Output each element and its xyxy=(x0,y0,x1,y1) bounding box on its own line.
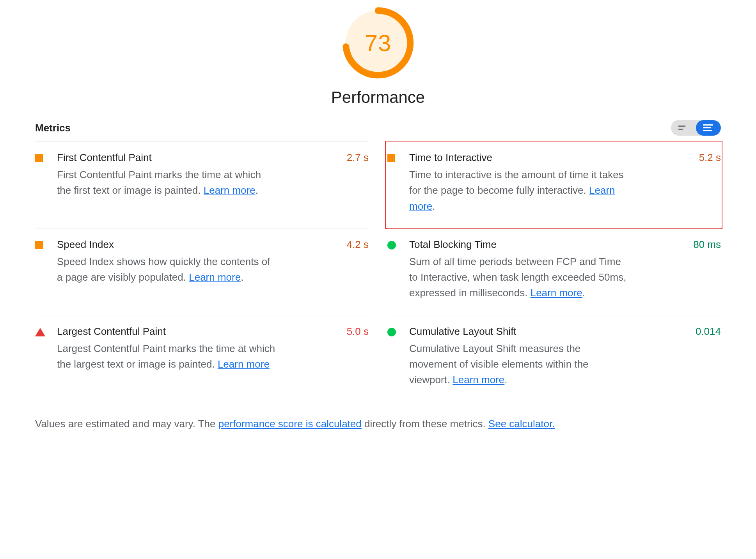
gauge-score: 73 xyxy=(342,7,414,79)
view-toggle[interactable] xyxy=(671,120,721,136)
see-calculator-link[interactable]: See calculator. xyxy=(488,418,555,430)
status-good-icon xyxy=(387,328,396,336)
view-expanded-button[interactable] xyxy=(696,120,721,136)
footnote: Values are estimated and may vary. The p… xyxy=(35,418,721,430)
metric-title: Speed Index xyxy=(57,239,341,251)
score-calc-link[interactable]: performance score is calculated xyxy=(218,418,362,430)
metric-value: 4.2 s xyxy=(343,239,369,301)
svg-rect-2 xyxy=(678,126,685,127)
metric-description: Cumulative Layout Shift measures the mov… xyxy=(409,341,628,388)
metric-title: Total Blocking Time xyxy=(409,239,687,251)
status-average-icon xyxy=(35,241,43,249)
metric-tbt: Total Blocking Time Sum of all time peri… xyxy=(387,228,721,315)
status-poor-icon xyxy=(35,328,45,336)
metric-cls: Cumulative Layout Shift Cumulative Layou… xyxy=(387,315,721,402)
metric-tti: Time to Interactive Time to interactive … xyxy=(387,141,721,228)
status-average-icon xyxy=(387,154,395,162)
metric-title: Largest Contentful Paint xyxy=(57,325,341,338)
view-expanded-icon xyxy=(703,124,714,132)
metric-description: Sum of all time periods between FCP and … xyxy=(409,254,628,301)
learn-more-link[interactable]: Learn more xyxy=(453,374,504,386)
metrics-header: Metrics xyxy=(35,114,721,141)
status-average-icon xyxy=(35,154,43,162)
metric-description: Largest Contentful Paint marks the time … xyxy=(57,341,275,372)
metrics-heading: Metrics xyxy=(35,122,71,134)
metric-value: 80 ms xyxy=(689,239,721,301)
metric-value: 2.7 s xyxy=(343,152,369,214)
metric-value: 5.0 s xyxy=(343,325,369,388)
gauge-dial: 73 xyxy=(342,7,414,79)
metric-title: Cumulative Layout Shift xyxy=(409,325,689,338)
metric-description: Speed Index shows how quickly the conten… xyxy=(57,254,275,285)
learn-more-link[interactable]: Learn more xyxy=(189,271,241,283)
gauge-label: Performance xyxy=(331,88,425,107)
metric-lcp: Largest Contentful Paint Largest Content… xyxy=(35,315,369,402)
view-compact-icon xyxy=(678,124,689,131)
status-good-icon xyxy=(387,241,396,249)
metric-si: Speed Index Speed Index shows how quickl… xyxy=(35,228,369,315)
learn-more-link[interactable]: Learn more xyxy=(531,287,582,299)
metric-title: First Contentful Paint xyxy=(57,152,341,164)
metric-value: 5.2 s xyxy=(695,152,721,214)
svg-rect-6 xyxy=(703,130,712,131)
performance-gauge: 73 Performance xyxy=(35,7,721,107)
metric-title: Time to Interactive xyxy=(409,152,693,164)
metric-value: 0.014 xyxy=(692,325,721,388)
metric-description: Time to interactive is the amount of tim… xyxy=(409,167,628,214)
metrics-grid: First Contentful Paint First Contentful … xyxy=(35,141,721,402)
view-compact-button[interactable] xyxy=(671,120,696,136)
learn-more-link[interactable]: Learn more xyxy=(218,358,270,370)
metric-description: First Contentful Paint marks the time at… xyxy=(57,167,275,198)
svg-rect-4 xyxy=(703,124,713,126)
svg-rect-5 xyxy=(703,127,711,128)
metric-fcp: First Contentful Paint First Contentful … xyxy=(35,141,369,228)
svg-rect-3 xyxy=(678,129,683,130)
learn-more-link[interactable]: Learn more xyxy=(204,184,256,196)
